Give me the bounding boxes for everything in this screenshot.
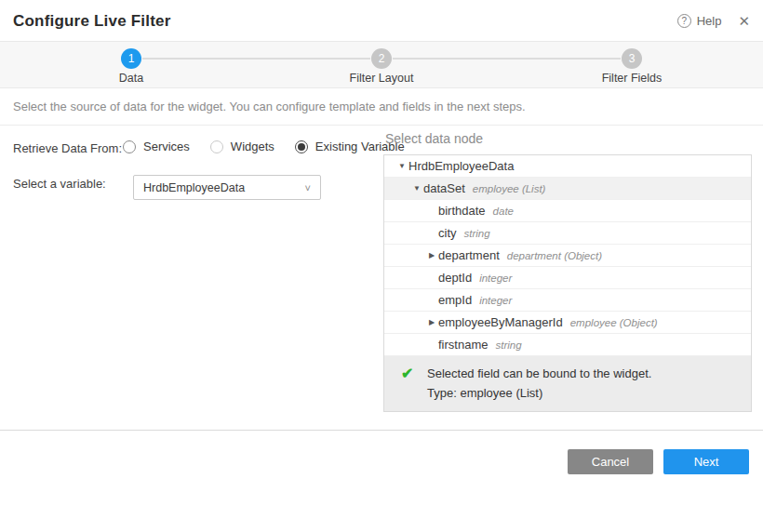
data-source-radio-group: Services Widgets Existing Variable	[123, 140, 405, 153]
step-3-label: Filter Fields	[576, 72, 688, 85]
tree-node-name: deptIdinteger	[438, 271, 512, 285]
tree-node-name: HrdbEmployeeData	[408, 159, 514, 173]
tree-node-name: birthdatedate	[438, 204, 514, 218]
step-1-label: Data	[75, 72, 187, 85]
caret-right-icon[interactable]: ▶	[425, 318, 438, 326]
step-3-circle[interactable]: 3	[622, 48, 642, 69]
chevron-down-icon: ˅	[305, 182, 311, 193]
radio-services-label: Services	[143, 140, 190, 153]
status-type-info: Type: employee (List)	[427, 383, 751, 403]
tree-node-type: employee (Object)	[570, 317, 658, 328]
status-message: Selected field can be bound to the widge…	[427, 364, 751, 383]
tree-node-type: string	[495, 339, 521, 351]
step-filter-layout[interactable]: 2 Filter Layout	[326, 48, 437, 85]
tree-node-type: string	[464, 228, 490, 239]
tree-row[interactable]: ▼HrdbEmployeeData	[384, 155, 751, 178]
tree-node-type: integer	[479, 295, 512, 306]
close-icon[interactable]: ✕	[734, 13, 754, 30]
binding-status-box: ✔ Selected field can be bound to the wid…	[384, 356, 751, 411]
description-text: Select the source of data for the widget…	[0, 88, 763, 126]
tree-row[interactable]: birthdatedate	[384, 200, 751, 222]
radio-widgets-label: Widgets	[231, 140, 274, 153]
radio-existing-variable-dot[interactable]	[295, 140, 308, 153]
dialog-header: Configure Live Filter ? Help ✕	[0, 0, 763, 42]
radio-widgets-dot[interactable]	[210, 140, 223, 153]
caret-down-icon[interactable]: ▼	[395, 162, 408, 170]
tree-row[interactable]: ▼dataSetemployee (List)	[384, 178, 751, 200]
tree-node-name: dataSetemployee (List)	[423, 181, 545, 195]
data-node-panel: Select data node ▼HrdbEmployeeData▼dataS…	[383, 131, 752, 412]
help-button[interactable]: ? Help	[677, 14, 722, 28]
tree-node-name: citystring	[438, 226, 490, 240]
step-2-circle[interactable]: 2	[371, 48, 392, 69]
tree-node-name: departmentdepartment (Object)	[438, 248, 602, 262]
configure-live-filter-dialog: Configure Live Filter ? Help ✕ 1 Data 2 …	[0, 0, 763, 532]
help-icon: ?	[677, 14, 691, 28]
tree-row[interactable]: ▶employeeByManagerIdemployee (Object)	[384, 312, 751, 334]
radio-services-dot[interactable]	[123, 140, 136, 153]
check-icon: ✔	[401, 365, 413, 382]
data-node-panel-title: Select data node	[383, 131, 752, 146]
step-filter-fields[interactable]: 3 Filter Fields	[576, 48, 688, 85]
cancel-button[interactable]: Cancel	[568, 449, 653, 474]
dialog-footer: Cancel Next	[0, 430, 763, 532]
retrieve-data-from-label: Retrieve Data From:	[13, 141, 122, 155]
radio-services[interactable]: Services	[123, 140, 190, 153]
variable-dropdown-value: HrdbEmployeeData	[143, 181, 245, 194]
dialog-body: Retrieve Data From: Services Widgets Exi…	[0, 126, 763, 430]
select-variable-label: Select a variable:	[13, 177, 106, 191]
tree-node-type: employee (List)	[473, 183, 546, 194]
radio-widgets[interactable]: Widgets	[210, 140, 274, 153]
tree-node-type: integer	[479, 273, 512, 284]
data-node-tree: ▼HrdbEmployeeData▼dataSetemployee (List)…	[383, 154, 752, 412]
step-2-label: Filter Layout	[326, 72, 437, 85]
tree-node-name: firstnamestring	[438, 338, 522, 352]
step-1-circle[interactable]: 1	[121, 48, 141, 69]
step-data[interactable]: 1 Data	[75, 48, 187, 85]
tree-row[interactable]: citystring	[384, 222, 751, 245]
tree-node-name: empIdinteger	[438, 293, 512, 307]
page-title: Configure Live Filter	[13, 0, 171, 42]
caret-right-icon[interactable]: ▶	[425, 251, 438, 259]
next-button[interactable]: Next	[663, 449, 749, 474]
tree-row[interactable]: ▶departmentdepartment (Object)	[384, 245, 751, 267]
caret-down-icon[interactable]: ▼	[410, 184, 423, 193]
tree-node-type: department (Object)	[507, 250, 602, 261]
tree-node-type: date	[493, 206, 514, 217]
wizard-stepper: 1 Data 2 Filter Layout 3 Filter Fields	[0, 42, 763, 88]
tree-row[interactable]: deptIdinteger	[384, 267, 751, 289]
tree-node-name: employeeByManagerIdemployee (Object)	[438, 315, 658, 329]
tree-row[interactable]: firstnamestring	[384, 334, 751, 356]
tree-row[interactable]: empIdinteger	[384, 289, 751, 312]
variable-dropdown[interactable]: HrdbEmployeeData ˅	[133, 175, 321, 200]
help-label: Help	[697, 14, 722, 28]
